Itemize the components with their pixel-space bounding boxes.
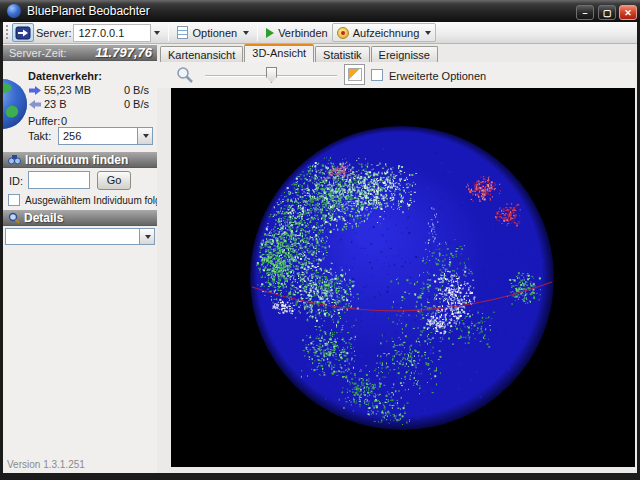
chevron-down-icon [425, 31, 431, 35]
sidebar: Server-Zeit: 11.797,76 Datenverkehr: 55,… [3, 44, 157, 473]
advanced-options-label: Erweiterte Optionen [389, 70, 486, 82]
app-globe-icon [7, 4, 21, 18]
server-connect-button[interactable] [12, 23, 34, 42]
id-input[interactable] [28, 171, 90, 189]
traffic-rate: 0 B/s [124, 98, 149, 110]
separator [168, 25, 169, 41]
puffer-value: 0 [61, 115, 67, 127]
details-combobox[interactable] [5, 228, 155, 245]
chevron-down-icon [243, 31, 249, 35]
server-combobox-arrow-icon[interactable] [154, 31, 160, 35]
image-icon [348, 68, 362, 81]
takt-combobox[interactable]: 256 [58, 127, 153, 145]
maximize-button[interactable]: ▢ [598, 5, 616, 20]
follow-individual-label: Ausgewähltem Individuum folgen [25, 195, 157, 206]
titlebar: BluePlanet Beobachter – ▢ ✕ [0, 0, 640, 22]
connect-button[interactable]: Verbinden [262, 23, 332, 42]
globe-canvas[interactable] [171, 88, 635, 467]
tab-3d-ansicht[interactable]: 3D-Ansicht [244, 44, 314, 62]
main-toolbar: Server: 127.0.0.1 Optionen Verbinden Auf… [3, 22, 637, 44]
play-icon [266, 28, 274, 38]
server-time-header: Server-Zeit: 11.797,76 [3, 45, 157, 61]
takt-dropdown-button[interactable] [137, 128, 152, 144]
details-dropdown-button[interactable] [139, 229, 154, 244]
find-individual-header: Individuum finden [3, 152, 157, 168]
magnifier-icon [8, 212, 20, 224]
options-label: Optionen [192, 27, 237, 39]
traffic-rate: 0 B/s [124, 84, 149, 96]
traffic-title: Datenverkehr: [28, 70, 102, 82]
texture-toggle-button[interactable] [344, 64, 365, 85]
advanced-options-checkbox[interactable] [371, 69, 383, 81]
tab-kartenansicht[interactable]: Kartenansicht [160, 46, 243, 62]
tab-statistik[interactable]: Statistik [315, 46, 370, 62]
takt-value: 256 [59, 130, 137, 142]
toolbar-grip[interactable] [4, 25, 9, 41]
zoom-slider[interactable] [205, 65, 337, 85]
server-combobox-value: 127.0.0.1 [78, 27, 150, 39]
options-button[interactable]: Optionen [173, 23, 253, 42]
download-arrow-icon [29, 100, 41, 109]
follow-individual-checkbox[interactable] [8, 194, 20, 206]
connect-label: Verbinden [278, 27, 328, 39]
network-arrow-icon [15, 26, 31, 40]
record-label: Aufzeichnung [353, 27, 420, 39]
puffer-label: Puffer: [28, 115, 60, 127]
id-label: ID: [9, 175, 23, 187]
minimize-button[interactable]: – [576, 5, 594, 20]
go-button[interactable]: Go [97, 171, 131, 190]
takt-label: Takt: [28, 130, 51, 142]
traffic-amount: 55,23 MB [44, 84, 91, 96]
version-text: Version 1.3.1.251 [7, 459, 85, 470]
view-toolbar: Erweiterte Optionen [157, 62, 637, 88]
earth-icon [3, 78, 28, 130]
record-icon [337, 27, 349, 39]
document-icon [177, 26, 188, 39]
server-time-label: Server-Zeit: [9, 47, 66, 59]
find-individual-title: Individuum finden [25, 153, 128, 167]
tab-bar: Kartenansicht 3D-Ansicht Statistik Ereig… [160, 44, 439, 62]
zoom-slider-thumb[interactable] [266, 67, 277, 83]
globe-3d-view[interactable] [171, 88, 635, 467]
tab-ereignisse[interactable]: Ereignisse [371, 46, 438, 62]
server-label: Server: [34, 27, 73, 39]
upload-arrow-icon [29, 86, 41, 95]
close-button[interactable]: ✕ [619, 5, 637, 20]
details-header: Details [3, 210, 157, 226]
zoom-magnifier-icon [176, 66, 194, 84]
server-combobox[interactable]: 127.0.0.1 [73, 24, 151, 42]
details-title: Details [24, 211, 63, 225]
main-panel: Kartenansicht 3D-Ansicht Statistik Ereig… [157, 44, 637, 473]
app-window: BluePlanet Beobachter – ▢ ✕ Server: 127.… [0, 0, 640, 480]
traffic-amount: 23 B [44, 98, 67, 110]
server-time-value: 11.797,76 [95, 45, 152, 60]
window-title: BluePlanet Beobachter [27, 4, 150, 18]
separator [257, 25, 258, 41]
binoculars-icon [8, 154, 21, 165]
record-button[interactable]: Aufzeichnung [332, 23, 437, 42]
